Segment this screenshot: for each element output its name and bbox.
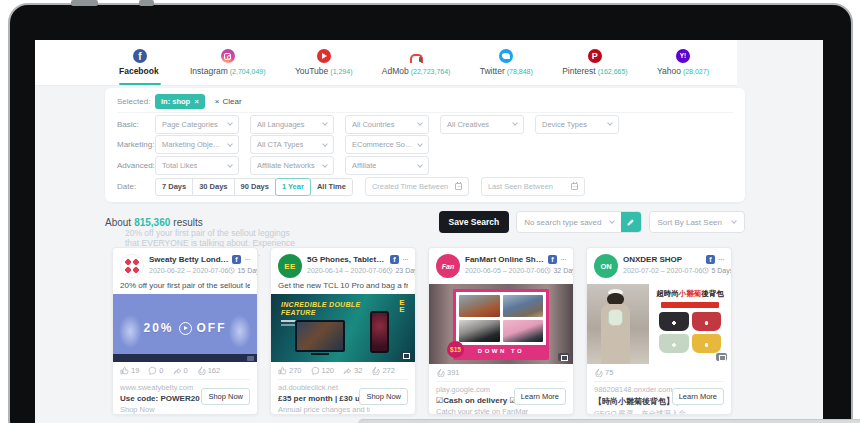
likes-stat: 270 [278, 366, 302, 375]
tab-instagram[interactable]: Instagram(2,704,049) [190, 40, 266, 85]
page-categories-dropdown[interactable]: Page Categories [155, 115, 239, 134]
marketing-objectives-dropdown[interactable]: Marketing Objectives [155, 135, 239, 154]
date-90-days-button[interactable]: 90 Days [234, 178, 276, 196]
chip-close-icon[interactable]: × [194, 97, 199, 106]
red-banner [661, 302, 719, 308]
media-type-icon [716, 353, 727, 361]
play-icon[interactable] [179, 322, 192, 335]
device-types-dropdown[interactable]: Device Types [535, 115, 619, 134]
saved-search-dropdown[interactable]: No search type saved [516, 211, 641, 233]
device-notch [71, 0, 98, 6]
advanced-filters-row: Advanced: Total Likes Affiliate Networks… [117, 156, 733, 175]
basic-label: Basic: [117, 120, 155, 129]
tab-label: Facebook [119, 66, 159, 76]
tab-label: Twitter [480, 66, 505, 76]
chevron-down-icon [322, 141, 328, 147]
date-1-year-button[interactable]: 1 Year [275, 178, 311, 196]
ad-duration: 23 Days [395, 267, 416, 274]
facebook-badge-icon [548, 255, 557, 264]
shop-now-button[interactable]: Shop Now [359, 388, 408, 405]
ad-card: Sweaty Betty London | Wom... 2020-06-22 … [112, 247, 258, 415]
card-menu-icon[interactable] [402, 254, 408, 264]
comments-stat: 120 [311, 366, 335, 375]
tab-facebook[interactable]: Facebook [119, 40, 161, 85]
card-menu-icon[interactable] [244, 254, 250, 264]
affiliate-dropdown[interactable]: Affiliate [345, 156, 429, 175]
clear-filters-button[interactable]: × Clear [215, 97, 242, 106]
twitter-icon [499, 49, 513, 63]
tab-count: (1,294) [330, 68, 352, 75]
tab-youtube[interactable]: YouTube(1,294) [295, 40, 353, 85]
tab-label: Yahoo [657, 66, 681, 76]
phone-graphic [370, 311, 389, 353]
countries-dropdown[interactable]: All Countries [345, 115, 429, 134]
affiliate-networks-dropdown[interactable]: Affiliate Networks [250, 156, 334, 175]
save-search-button[interactable]: Save Search [439, 211, 510, 233]
selected-filter-chip[interactable]: in: shop × [155, 94, 205, 109]
date-7-days-button[interactable]: 7 Days [155, 178, 193, 196]
chevron-down-icon [417, 120, 423, 126]
ad-duration: 5 Days [711, 267, 732, 274]
advertiser-avatar [120, 254, 144, 278]
learn-more-button[interactable]: Learn More [672, 388, 724, 405]
learn-more-button[interactable]: Learn More [514, 388, 566, 405]
creative-bottom-bar [113, 354, 257, 362]
selected-filters-row: Selected: in: shop × × Clear [117, 94, 733, 113]
shares-stat: 0 [173, 366, 188, 375]
ad-creative-image[interactable]: 超時尚小雛菊後背包 [587, 284, 731, 364]
ecommerce-softwares-dropdown[interactable]: ECommerce Softwares [345, 135, 429, 154]
ad-stats-row: 75 [594, 368, 724, 377]
ad-date-range: 2020-07-02 – 2020-07-06 [623, 267, 702, 274]
date-all-time-button[interactable]: All Time [310, 178, 353, 196]
created-time-between-input[interactable]: Created Time Between [365, 177, 469, 196]
marketing-label: Marketing: [117, 140, 155, 149]
shop-now-button[interactable]: Shop Now [201, 388, 250, 405]
comment-icon [311, 366, 320, 375]
ad-creative-image[interactable]: 20% OFF [113, 294, 257, 362]
tv-graphic [295, 320, 345, 352]
chevron-down-icon [322, 162, 328, 168]
advertiser-name[interactable]: FanMart Online Shopping - F... [465, 255, 545, 264]
chevron-down-icon [322, 120, 328, 126]
ad-creative-image[interactable]: DOWN TO $15 [429, 284, 573, 364]
ad-creative-image[interactable]: INCREDIBLE DOUBLEFEATURE EE [271, 294, 415, 362]
card-menu-icon[interactable] [718, 254, 724, 264]
device-frame: Facebook Instagram(2,704,049) YouTube(1,… [8, 3, 853, 423]
advanced-label: Advanced: [117, 161, 155, 170]
tab-twitter[interactable]: Twitter(78,848) [480, 40, 533, 85]
flame-icon [197, 366, 206, 375]
ad-footnote: Catch your style on FanMart! [436, 407, 528, 415]
date-label: Date: [117, 182, 155, 191]
advertiser-name[interactable]: 5G Phones, Tablets & SIMs | ... [307, 255, 387, 264]
date-filters-row: Date: 7 Days 30 Days 90 Days 1 Year All … [117, 177, 733, 196]
edit-saved-search-button[interactable] [621, 212, 641, 232]
ad-stats-row: 391 [436, 368, 566, 377]
admob-icon [409, 49, 423, 63]
tab-admob[interactable]: AdMob(22,723,764) [382, 40, 451, 85]
tab-yahoo[interactable]: Yahoo(28,027) [657, 40, 709, 85]
heat-stat: 75 [594, 368, 613, 377]
chevron-down-icon [227, 162, 233, 168]
tab-pinterest[interactable]: Pinterest(162,665) [562, 40, 628, 85]
total-likes-dropdown[interactable]: Total Likes [155, 156, 239, 175]
sort-dropdown[interactable]: Sort By Last Seen [649, 211, 745, 233]
model-photo [587, 284, 649, 364]
cta-types-dropdown[interactable]: All CTA Types [250, 135, 334, 154]
creatives-dropdown[interactable]: All Creatives [440, 115, 524, 134]
results-count-text: About815,360results [105, 217, 203, 228]
network-tabbar: Facebook Instagram(2,704,049) YouTube(1,… [35, 40, 737, 86]
ad-headline: Use code: POWER20 [120, 394, 212, 403]
instagram-icon [221, 49, 235, 63]
creative-text: DOWN TO [456, 345, 546, 357]
last-seen-between-input[interactable]: Last Seen Between [481, 177, 585, 196]
advertiser-name[interactable]: Sweaty Betty London | Wom... [149, 255, 229, 264]
advertiser-name[interactable]: ONXDER SHOP [623, 255, 703, 264]
clock-icon [386, 267, 393, 274]
creative-text: OFF [197, 321, 227, 335]
card-menu-icon[interactable] [560, 254, 566, 264]
date-30-days-button[interactable]: 30 Days [192, 178, 234, 196]
results-grid: Sweaty Betty London | Wom... 2020-06-22 … [112, 247, 732, 415]
chip-text: in: shop [161, 97, 190, 106]
ad-description: 20% off your first pair of the sellout l… [120, 281, 250, 290]
languages-dropdown[interactable]: All Languages [250, 115, 334, 134]
